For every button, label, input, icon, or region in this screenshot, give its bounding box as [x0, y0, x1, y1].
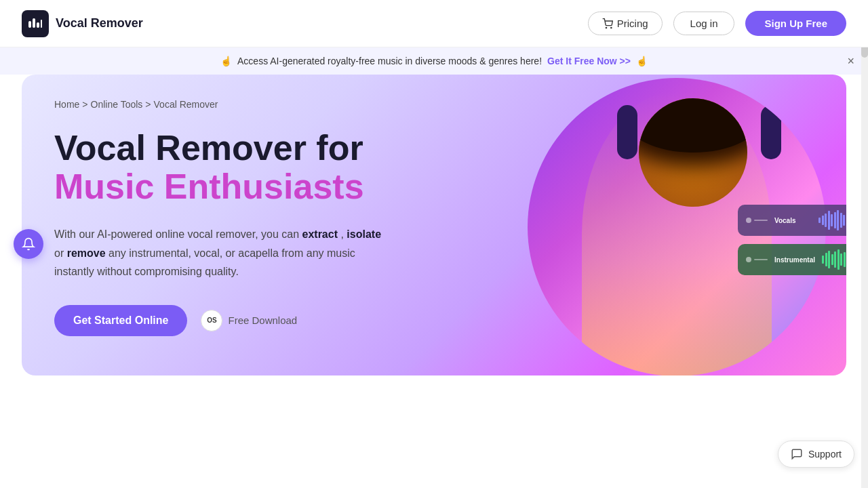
waveform-bar [840, 213, 842, 228]
free-download-area[interactable]: OS Free Download [201, 310, 297, 331]
waveform-bar [834, 251, 836, 268]
instrumental-bars [822, 249, 846, 270]
waveform-bar [828, 211, 830, 230]
breadcrumb: Home > Online Tools > Vocal Remover [54, 99, 393, 110]
svg-point-5 [610, 27, 611, 28]
svg-rect-3 [41, 20, 42, 28]
banner-close-button[interactable]: × [847, 54, 854, 68]
ctrl-dot [746, 218, 751, 223]
waveform-bar [825, 214, 827, 227]
get-started-button[interactable]: Get Started Online [54, 305, 187, 336]
svg-rect-2 [37, 22, 39, 28]
breadcrumb-home[interactable]: Home [54, 99, 79, 110]
pricing-button[interactable]: Pricing [588, 12, 663, 35]
waveform-bar [822, 256, 824, 264]
waveform-bar [844, 252, 846, 267]
vocals-card: Vocals [738, 205, 846, 236]
banner-emoji-left: ☝️ [220, 56, 232, 66]
instrumental-card: Instrumental [738, 244, 846, 275]
banner-link[interactable]: Get It Free Now >> [547, 56, 631, 66]
waveform-cards: Vocals Instrumental [738, 205, 846, 275]
hero-description: With our AI-powered online vocal remover… [54, 225, 393, 281]
instrumental-controls [746, 257, 768, 262]
breadcrumb-current: Vocal Remover [154, 99, 218, 110]
waveform-bar [831, 254, 833, 265]
support-label: Support [808, 449, 842, 460]
waveform-bar [825, 253, 827, 266]
waveform-bar [846, 211, 847, 229]
os-badge: OS [201, 310, 222, 331]
hero-image-area: Vocals Instrumental [385, 75, 846, 375]
hero-section: Home > Online Tools > Vocal Remover Voca… [22, 75, 846, 375]
woman-head [639, 98, 747, 207]
waveform-bar [831, 214, 833, 226]
svg-rect-1 [33, 18, 35, 28]
free-download-text: Free Download [228, 314, 297, 326]
ctrl-line [754, 220, 768, 221]
breadcrumb-sep2: > [145, 99, 151, 110]
svg-rect-0 [28, 21, 31, 28]
header: Vocal Remover Pricing Log in Sign Up Fre… [0, 0, 868, 47]
chat-icon [791, 448, 803, 460]
waveform-bar [837, 249, 840, 270]
nav-right: Pricing Log in Sign Up Free [588, 11, 846, 36]
svg-point-4 [606, 27, 606, 28]
waveform-bar [843, 215, 845, 226]
hero-actions: Get Started Online OS Free Download [54, 305, 393, 336]
hero-title-line1: Vocal Remover for [54, 129, 393, 167]
notification-button[interactable] [14, 229, 43, 259]
logo-icon [22, 10, 49, 37]
ctrl-dot2 [746, 257, 751, 262]
waveform-bar [828, 251, 830, 268]
banner-emoji-right: ☝️ [636, 56, 648, 66]
cart-icon [602, 18, 613, 29]
support-button[interactable]: Support [778, 441, 854, 468]
announcement-banner: ☝️ Access AI-generated royalty-free musi… [0, 47, 868, 75]
vocals-label: Vocals [774, 217, 812, 224]
bell-icon [22, 237, 35, 251]
headphone-right [761, 105, 781, 159]
waveform-bar [840, 253, 842, 266]
hero-title-line2: Music Enthusiasts [54, 167, 393, 206]
vocals-bars [818, 210, 846, 230]
breadcrumb-online-tools[interactable]: Online Tools [91, 99, 143, 110]
waveform-bar [818, 218, 821, 223]
logo-text: Vocal Remover [56, 16, 143, 30]
login-button[interactable]: Log in [673, 12, 735, 35]
waveform-bar [834, 212, 836, 228]
waveform-bar [822, 216, 824, 225]
ctrl-line2 [754, 259, 768, 260]
hero-content: Home > Online Tools > Vocal Remover Voca… [22, 75, 426, 375]
hair [639, 98, 747, 152]
waveform-bar [837, 210, 839, 230]
breadcrumb-sep1: > [82, 99, 87, 110]
instrumental-label: Instrumental [774, 256, 815, 264]
banner-text: Access AI-generated royalty-free music i… [237, 56, 542, 66]
logo[interactable]: Vocal Remover [22, 10, 143, 37]
signup-button[interactable]: Sign Up Free [745, 11, 846, 36]
vocals-controls [746, 218, 768, 223]
scrollbar-track[interactable] [861, 0, 868, 488]
headphone-left [617, 105, 637, 159]
